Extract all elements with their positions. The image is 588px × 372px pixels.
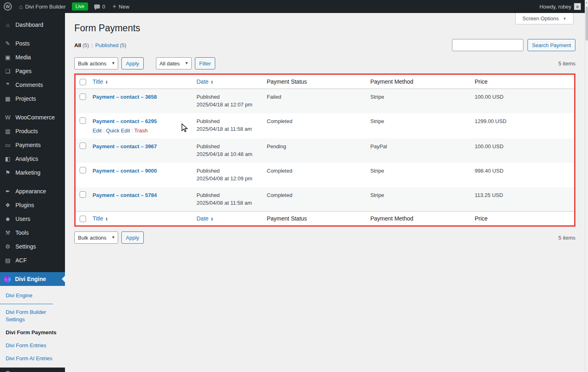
bulk-actions-select[interactable]: Bulk actions [74,57,118,69]
dates-filter-select[interactable]: All dates [156,57,192,69]
sidebar-item-divi-engine[interactable]: Divi Engine [0,272,65,286]
vertical-scrollbar[interactable]: ▲ [585,0,588,372]
column-label: Title [93,215,103,222]
payment-method: Stripe [366,89,471,113]
sidebar-item-products[interactable]: ▥Products [0,124,65,138]
sidebar-item-divi[interactable]: Divi [0,368,65,372]
row-checkbox[interactable] [80,191,86,198]
home-icon: ⌂ [19,4,23,10]
column-header-date[interactable]: Date▲▼ [192,75,263,89]
edit-link[interactable]: Edit [93,128,102,134]
sidebar-item-plugins[interactable]: ❖Plugins [0,198,65,212]
sidebar-item-posts[interactable]: ✎Posts [0,37,65,50]
search-input[interactable] [452,39,523,51]
view-all-label: All [74,42,81,48]
row-checkbox[interactable] [80,117,86,124]
column-footer-title[interactable]: Title▲▼ [89,212,192,226]
woocommerce-icon: W [4,114,11,121]
sidebar-item-media[interactable]: ▣Media [0,50,65,64]
submenu-item-divi-form-builder-settings[interactable]: Divi Form Builder Settings [0,306,65,326]
gauge-icon: ⌂ [4,21,11,28]
column-label: Title [93,78,103,85]
row-checkbox[interactable] [80,93,86,100]
search-form: Search Payment [452,39,575,51]
select-all-checkbox-footer[interactable] [80,216,86,222]
items-count: 5 items [558,61,575,67]
new-content-menu[interactable]: + New [109,0,133,13]
payment-title-link[interactable]: Payment – contact – 3658 [93,94,157,100]
scrollbar-thumb[interactable] [586,6,588,41]
table-footer-row: Title▲▼ Date▲▼ Payment Status Payment Me… [76,212,574,226]
submenu-item-divi-form-payments[interactable]: Divi Form Payments [0,326,65,339]
payment-price: 100.00 USD [471,89,574,113]
items-count: 5 items [558,235,575,241]
apply-button[interactable]: Apply [121,57,144,69]
sidebar-item-appearance[interactable]: ✒Appearance [0,184,65,198]
payment-title-link[interactable]: Payment – contact – 5784 [93,192,157,198]
row-actions: Edit | Quick Edit | Trash [93,127,188,134]
payment-title-link[interactable]: Payment – contact – 6295 [93,118,157,124]
search-payment-button[interactable]: Search Payment [527,39,575,51]
sidebar-item-acf[interactable]: ▤ACF [0,253,65,267]
site-menu[interactable]: ⌂ Divi Form Builder [15,0,69,13]
comments-menu[interactable]: 0 [91,0,109,13]
sort-arrows-icon: ▲▼ [105,217,108,221]
view-published-link[interactable]: Published (5) [95,42,127,48]
column-footer-price: Price [471,212,574,226]
megaphone-icon: ⚑ [4,169,11,176]
date-cell: Published2025/04/08 at 12:09 pm [192,163,263,187]
bulk-actions-select-bottom[interactable]: Bulk actions [74,231,118,244]
payment-price: 1299.00 USD [471,113,574,138]
row-checkbox[interactable] [80,167,86,173]
sidebar-item-tools[interactable]: ⚒Tools [0,226,65,240]
apply-button-bottom[interactable]: Apply [121,231,144,244]
header-checkbox-cell [76,75,89,89]
sidebar-item-marketing[interactable]: ⚑Marketing [0,166,65,180]
column-label: Date [197,78,209,85]
view-all-count: (5) [82,42,89,48]
sidebar-item-payments[interactable]: ▭Payments [0,138,65,152]
payment-status: Completed [263,113,366,138]
select-all-checkbox[interactable] [80,79,86,85]
publish-status: Published [197,143,259,150]
payment-method: Stripe [366,113,471,138]
sidebar-item-analytics[interactable]: ◧Analytics [0,152,65,166]
my-account-menu[interactable]: Howdy, robey ☻ [536,0,585,13]
column-label: Payment Status [267,215,307,222]
sidebar-item-settings[interactable]: ⚙Settings [0,240,65,253]
payment-title-link[interactable]: Payment – contact – 3967 [93,143,157,149]
view-all-link[interactable]: All (5) [74,42,89,48]
views-row: All (5)|Published (5) Search Payment [74,39,575,51]
column-footer-date[interactable]: Date▲▼ [192,212,263,226]
payment-method: PayPal [366,138,471,163]
sidebar-item-users[interactable]: ☻Users [0,212,65,226]
sidebar-item-pages[interactable]: ❏Pages [0,64,65,78]
sidebar-item-projects[interactable]: ▦Projects [0,92,65,106]
sidebar-item-label: ACF [15,257,27,264]
sidebar-item-woocommerce[interactable]: WWooCommerce [0,110,65,124]
trash-link[interactable]: Trash [134,128,148,134]
column-footer-payment-status: Payment Status [263,212,366,226]
payment-method: Stripe [366,163,471,187]
separator: | [89,42,95,48]
submenu-item-divi-form-entries[interactable]: Divi Form Entries [0,339,65,352]
filter-button[interactable]: Filter [195,57,216,69]
sidebar-item-dashboard[interactable]: ⌂Dashboard [0,18,65,32]
quick-edit-link[interactable]: Quick Edit [106,128,130,134]
sidebar-item-comments[interactable]: ❞Comments [0,78,65,92]
scroll-up-arrow-icon[interactable]: ▲ [585,1,588,4]
view-published-count: (5) [120,42,126,48]
column-header-title[interactable]: Title▲▼ [89,75,192,89]
wordpress-menu[interactable]: W [0,0,15,13]
sidebar-item-label: Tools [15,229,29,236]
live-badge: Live [72,2,88,11]
row-checkbox[interactable] [80,143,86,149]
submenu-item-divi-engine[interactable]: Divi Engine [0,289,65,302]
payment-title-link[interactable]: Payment – contact – 9000 [93,168,157,174]
screen-options-button[interactable]: Screen Options ▼ [515,13,573,24]
pushpin-icon: ✎ [4,40,11,47]
submenu-item-divi-form-ai-entries[interactable]: Divi Form AI Entries [0,352,65,365]
admin-bar: W ⌂ Divi Form Builder Live 0 + New Howdy… [0,0,585,13]
sidebar-item-label: Payments [15,141,41,149]
sort-arrows-icon: ▲▼ [211,80,214,84]
